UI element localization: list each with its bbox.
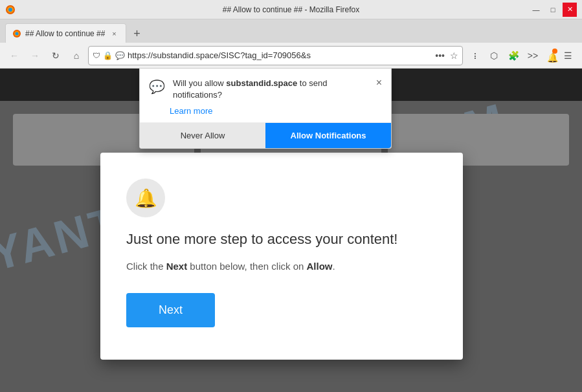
home-button[interactable]: ⌂ [67, 47, 85, 65]
bookmark-icon[interactable]: ☆ [450, 50, 458, 61]
reload-button[interactable]: ↻ [47, 47, 65, 65]
browser-window: ## Allow to continue ## - Mozilla Firefo… [0, 0, 582, 392]
modal-heading: Just one more step to access your conten… [126, 230, 437, 249]
address-bar[interactable]: 🛡 🔒 💬 https://substandid.space/SISC?tag_… [88, 46, 463, 65]
browser-tab[interactable]: ## Allow to continue ## × [5, 23, 126, 43]
url-more-button[interactable]: ••• [432, 50, 447, 61]
next-button[interactable]: Next [126, 293, 215, 327]
notification-popup: 💬 Will you allow substandid.space to sen… [139, 69, 392, 149]
extensions-button[interactable]: 🧩 [504, 47, 522, 65]
popup-message: Will you allow substandid.space to send … [173, 78, 368, 101]
popup-learn-more-link[interactable]: Learn more [140, 106, 391, 122]
nav-bar: ← → ↻ ⌂ 🛡 🔒 💬 https://substandid.space/S… [0, 43, 582, 69]
lock-icon: 🔒 [103, 51, 113, 60]
browser-content: MYANTISPYWARE.COM 💬 Will you allow subst… [0, 69, 582, 392]
library-button[interactable]: ⫶ [465, 47, 484, 65]
menu-button[interactable]: ☰ [559, 47, 577, 65]
svg-point-5 [16, 32, 19, 35]
title-bar-left [5, 5, 16, 15]
modal-subtext-prefix: Click the [126, 261, 166, 272]
notification-bell-badge[interactable]: 🔔 [543, 49, 557, 63]
forward-button[interactable]: → [26, 47, 44, 65]
security-icon: 🛡 [93, 51, 100, 60]
url-text: https://substandid.space/SISC?tag_id=709… [128, 50, 430, 60]
popup-buttons: Never Allow Allow Notifications [140, 122, 391, 148]
modal-subtext-middle: button below, then click on [187, 261, 306, 272]
notification-bell-button[interactable]: 🔔 [543, 49, 561, 67]
allow-notifications-button[interactable]: Allow Notifications [265, 123, 391, 148]
window-title: ## Allow to continue ## - Mozilla Firefo… [223, 5, 359, 14]
modal-subtext: Click the Next button below, then click … [126, 259, 437, 274]
tab-title: ## Allow to continue ## [25, 29, 105, 38]
popup-message-intro: Will you allow [173, 78, 226, 88]
main-modal: 🔔 Just one more step to access your cont… [100, 153, 463, 360]
tab-close-button[interactable]: × [109, 28, 119, 39]
title-bar: ## Allow to continue ## - Mozilla Firefo… [0, 0, 582, 19]
sync-button[interactable]: ⬡ [485, 47, 503, 65]
modal-bell-icon: 🔔 [135, 188, 157, 209]
modal-subtext-suffix: . [333, 261, 335, 272]
modal-subtext-next: Next [166, 261, 188, 272]
tab-favicon-icon [12, 29, 21, 38]
popup-chat-icon: 💬 [149, 79, 165, 94]
popup-header: 💬 Will you allow substandid.space to sen… [140, 69, 391, 106]
never-allow-button[interactable]: Never Allow [140, 123, 265, 148]
back-button[interactable]: ← [5, 47, 23, 65]
svg-point-2 [8, 8, 12, 12]
more-tools-button[interactable]: >> [524, 47, 542, 65]
maximize-button[interactable]: □ [546, 3, 560, 17]
firefox-logo-icon [5, 5, 16, 15]
modal-bell-circle: 🔔 [126, 179, 165, 217]
popup-close-button[interactable]: × [376, 78, 382, 88]
minimize-button[interactable]: — [529, 3, 543, 17]
popup-domain: substandid.space [226, 78, 297, 88]
tab-bar: ## Allow to continue ## × + [0, 19, 582, 43]
window-controls: — □ ✕ [529, 3, 577, 17]
new-tab-button[interactable]: + [128, 25, 146, 43]
nav-right-icons: ⫶ ⬡ 🧩 >> 🔔 ☰ [465, 47, 577, 65]
modal-subtext-allow: Allow [307, 261, 333, 272]
camera-icon: 💬 [115, 51, 125, 60]
close-button[interactable]: ✕ [563, 3, 577, 17]
